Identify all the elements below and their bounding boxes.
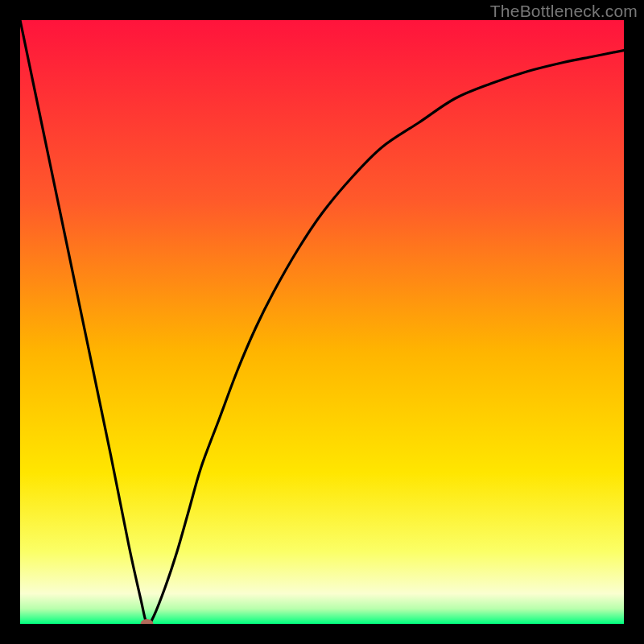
chart-background-gradient (20, 20, 624, 624)
plot-area (20, 20, 624, 624)
chart-frame: TheBottleneck.com (0, 0, 644, 644)
watermark-label: TheBottleneck.com (490, 2, 638, 21)
chart-svg (20, 20, 624, 624)
